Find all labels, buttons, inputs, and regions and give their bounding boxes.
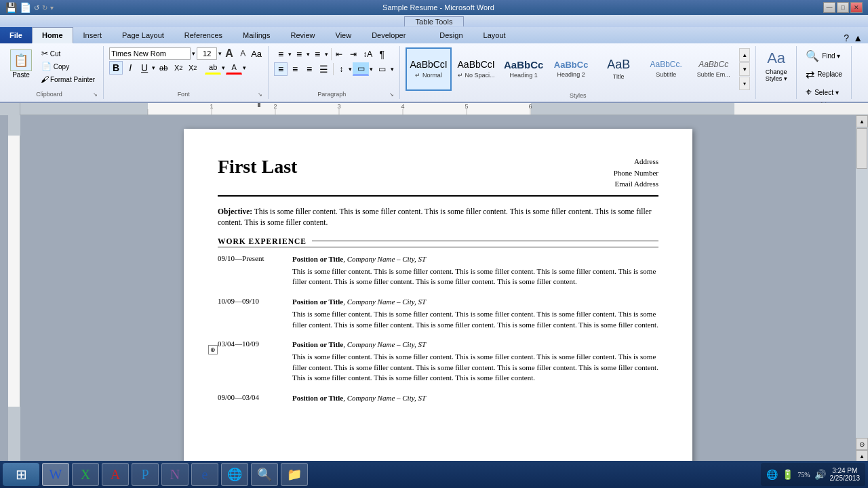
select-button[interactable]: ⌖ Select ▾ (802, 84, 846, 100)
sort-button[interactable]: ↕A (361, 47, 374, 61)
taskbar-ie[interactable]: e (191, 463, 218, 486)
shading-dropdown[interactable]: ▾ (370, 66, 373, 73)
taskbar-onenote[interactable]: N (161, 463, 189, 486)
scroll-up-button[interactable]: ▲ (856, 115, 868, 127)
main-area: ⊕ First Last Address Phone Number Email … (0, 115, 868, 474)
vertical-ruler (8, 115, 20, 474)
line-spacing-button[interactable]: ↕ (334, 62, 348, 76)
tab-home[interactable]: Home (32, 27, 73, 43)
scrollbar-thumb[interactable] (856, 128, 867, 169)
taskbar-publisher[interactable]: P (132, 463, 159, 486)
font-name-dropdown[interactable]: ▾ (192, 50, 195, 57)
taskbar-word[interactable]: W (42, 463, 69, 486)
subscript-button[interactable]: X2 (172, 61, 185, 75)
font-size-dropdown[interactable]: ▾ (218, 50, 222, 57)
taskbar-chrome[interactable]: 🌐 (221, 463, 248, 486)
show-marks-button[interactable]: ¶ (375, 47, 389, 61)
align-right-button[interactable]: ≡ (302, 62, 316, 76)
tab-file[interactable]: File (0, 27, 32, 43)
underline-dropdown[interactable]: ▾ (152, 64, 155, 71)
increase-indent-button[interactable]: ⇥ (347, 47, 360, 61)
decrease-indent-button[interactable]: ⇤ (332, 47, 346, 61)
ribbon-collapse-icon[interactable]: ▲ (853, 33, 863, 43)
align-left-button[interactable]: ≡ (274, 62, 288, 76)
style-heading2[interactable]: AaBbCc Heading 2 (548, 47, 594, 91)
font-name-input[interactable] (109, 47, 191, 60)
change-styles-button[interactable]: Aa ChangeStyles ▾ (762, 47, 791, 84)
multilevel-dropdown[interactable]: ▾ (325, 51, 328, 58)
tab-review[interactable]: Review (280, 27, 325, 43)
text-highlight-button[interactable]: ab (205, 61, 221, 75)
taskbar-files[interactable]: 📁 (281, 463, 308, 486)
editing-group: 🔍 Find ▾ ⇄ Replace ⌖ Select ▾ Editing (797, 46, 852, 99)
tab-references[interactable]: References (174, 27, 233, 43)
tab-view[interactable]: View (326, 27, 362, 43)
tab-design[interactable]: Design (429, 27, 473, 43)
taskbar-search[interactable]: 🔍 (251, 463, 278, 486)
styles-scroll-down[interactable]: ▼ (739, 62, 750, 76)
paragraph-expand[interactable]: ↘ (389, 92, 394, 98)
align-center-button[interactable]: ≡ (288, 62, 302, 76)
entry-content-3: Position or Title, Company Name – City, … (292, 340, 658, 384)
style-subtitle[interactable]: AaBbCc. Subtitle (643, 47, 689, 91)
italic-button[interactable]: I (123, 61, 137, 75)
strikethrough-button[interactable]: ab (156, 61, 171, 75)
taskbar-access[interactable]: A (102, 463, 129, 486)
superscript-button[interactable]: X2 (186, 61, 199, 75)
svg-rect-1 (531, 103, 734, 115)
tab-pagelayout[interactable]: Page Layout (112, 27, 174, 43)
style-subtle-em[interactable]: AaBbCc Subtle Em... (690, 47, 736, 91)
style-normal[interactable]: AaBbCcI ↵ Normal (406, 47, 452, 91)
scrollbar-track[interactable] (856, 127, 868, 438)
maximize-button[interactable]: □ (837, 2, 849, 13)
bold-button[interactable]: B (109, 61, 123, 75)
highlight-dropdown[interactable]: ▾ (222, 64, 225, 71)
font-grow-button[interactable]: A (223, 47, 235, 60)
underline-button[interactable]: U (138, 61, 151, 75)
taskbar-excel[interactable]: X (72, 463, 99, 486)
start-button[interactable]: ⊞ (3, 463, 39, 486)
format-painter-button[interactable]: 🖌 Format Painter (38, 73, 98, 85)
svg-rect-17 (8, 115, 20, 136)
replace-button[interactable]: ⇄ Replace (802, 66, 846, 83)
style-no-spacing[interactable]: AaBbCcI ↵ No Spaci... (453, 47, 499, 91)
close-button[interactable]: ✕ (850, 2, 863, 13)
numbering-button[interactable]: ≡ (292, 47, 306, 61)
styles-expand[interactable]: ▾ (739, 77, 750, 90)
tab-mailings[interactable]: Mailings (233, 27, 280, 43)
copy-button[interactable]: 📄 Copy (38, 60, 98, 73)
shading-button[interactable]: ▭ (353, 62, 369, 76)
multilevel-button[interactable]: ≡ (311, 47, 324, 61)
minimize-button[interactable]: — (823, 2, 835, 13)
font-shrink-button[interactable]: A (237, 47, 249, 60)
font-size-input[interactable] (197, 47, 217, 60)
style-heading1[interactable]: AaBbCc Heading 1 (500, 47, 547, 91)
bullets-button[interactable]: ≡ (274, 47, 288, 61)
scroll-select-browse[interactable]: ⊙ (856, 438, 868, 450)
table-anchor-icon[interactable]: ⊕ (208, 345, 218, 354)
font-expand[interactable]: ↘ (258, 92, 262, 98)
line-spacing-dropdown[interactable]: ▾ (349, 66, 352, 73)
borders-button[interactable]: ▭ (374, 62, 390, 76)
tab-insert[interactable]: Insert (73, 27, 113, 43)
entry-title-3: Position or Title (292, 340, 343, 348)
find-button[interactable]: 🔍 Find ▾ (802, 47, 846, 64)
tab-developer[interactable]: Developer (361, 27, 416, 43)
styles-scroll-up[interactable]: ▲ (739, 48, 750, 62)
help-icon[interactable]: ? (844, 33, 849, 43)
justify-button[interactable]: ☰ (317, 62, 330, 76)
cut-button[interactable]: ✂ Cut (38, 47, 98, 60)
font-color-button[interactable]: A (226, 61, 242, 75)
tab-layout[interactable]: Layout (473, 27, 516, 43)
objective-label: Objective: (218, 207, 252, 216)
clear-format-button[interactable]: Aa (250, 47, 262, 60)
document[interactable]: ⊕ First Last Address Phone Number Email … (184, 129, 692, 474)
font-color-dropdown[interactable]: ▾ (243, 64, 246, 71)
clipboard-expand[interactable]: ↘ (93, 92, 98, 98)
numbering-dropdown[interactable]: ▾ (307, 51, 310, 58)
style-title[interactable]: AaB Title (595, 47, 642, 91)
paste-button[interactable]: 📋 Paste (5, 47, 37, 81)
borders-dropdown[interactable]: ▾ (391, 66, 394, 73)
entry-content-4: Position or Title, Company Name – City, … (292, 393, 658, 403)
bullets-dropdown[interactable]: ▾ (288, 51, 292, 58)
